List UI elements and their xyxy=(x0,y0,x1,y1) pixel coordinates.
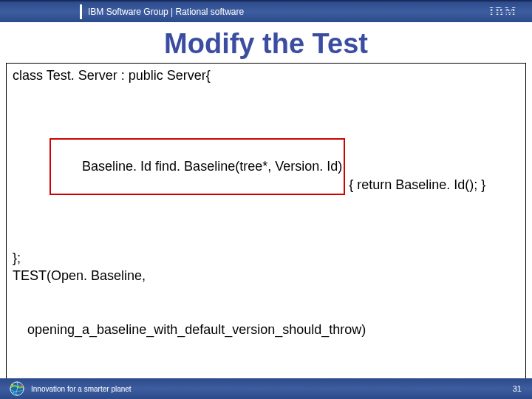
slide-title: Modify the Test xyxy=(0,28,532,60)
code-line: class Test. Server : public Server{ xyxy=(13,66,519,84)
header-separator xyxy=(80,4,82,19)
highlight-box: Baseline. Id find. Baseline(tree*, Versi… xyxy=(50,138,345,195)
footer-tagline: Innovation for a smarter planet xyxy=(31,385,513,393)
code-line: TEST(Open. Baseline, xyxy=(13,267,519,284)
svg-point-4 xyxy=(13,392,15,394)
ibm-logo: IBM xyxy=(489,5,517,18)
code-fragment: { return Baseline. Id(); } xyxy=(345,177,485,192)
code-box: class Test. Server : public Server{ Base… xyxy=(6,63,526,399)
code-line: Baseline. Id find. Baseline(tree*, Versi… xyxy=(13,84,519,249)
globe-icon xyxy=(9,381,25,397)
header-bar: IBM Software Group | Rational software I… xyxy=(0,0,532,22)
code-fragment: Baseline. Id find. Baseline(tree*, Versi… xyxy=(82,159,342,174)
svg-point-3 xyxy=(21,384,23,386)
header-text: IBM Software Group | Rational software xyxy=(88,7,489,17)
code-line: }; xyxy=(13,249,519,267)
code-line: opening_a_baseline_with_default_version_… xyxy=(13,285,519,375)
svg-point-2 xyxy=(11,383,13,386)
ibm-logo-text: IBM xyxy=(489,5,517,18)
code-fragment: opening_a_baseline_with_default_version_… xyxy=(13,321,519,338)
page-number: 31 xyxy=(513,384,522,393)
footer-bar: Innovation for a smarter planet 31 xyxy=(0,378,532,399)
